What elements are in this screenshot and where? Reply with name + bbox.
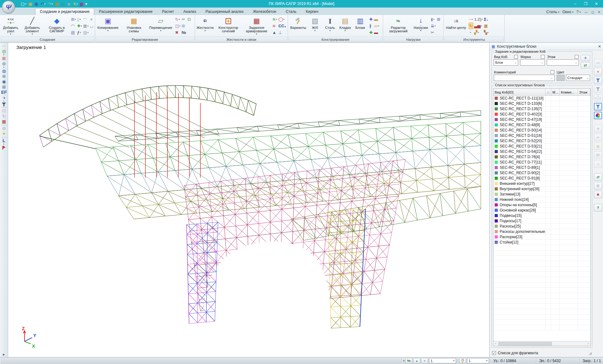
masonry-button[interactable]: ▤Кладка▾	[338, 16, 352, 32]
restore-button[interactable]: ❐	[580, 0, 591, 8]
building-button[interactable]: ▤	[71, 29, 76, 36]
rotate-view-button[interactable]: ↻	[469, 23, 473, 29]
steel-button[interactable]: IСталь▾	[323, 16, 337, 32]
panel-close-icon[interactable]: ✕	[598, 44, 601, 49]
tab-6[interactable]: Железобетон	[248, 8, 281, 15]
dist-load-button[interactable]: ⇊▾	[431, 23, 436, 29]
rail-block-list-button[interactable]: ≡	[594, 68, 602, 75]
lefttool-element-filter[interactable]: ◍	[1, 69, 8, 73]
qat-new-file-button[interactable]: ▢▾	[20, 1, 27, 7]
rail-collapse-panel-button[interactable]: »«	[594, 59, 602, 67]
lefttool-flashlight[interactable]: ✦	[1, 131, 8, 136]
stamp-button[interactable]: ⊥	[278, 29, 286, 36]
scroll-left-arrow[interactable]: ‹	[493, 342, 498, 345]
lefttool-fragment-frame[interactable]: ⊡	[1, 109, 8, 113]
move-button[interactable]: ▱Перемещение▾	[148, 16, 173, 32]
close-button[interactable]: ✕	[591, 0, 602, 8]
concrete-button[interactable]: ▧Ж/б▾	[308, 16, 322, 32]
menu-окно[interactable]: Окно▾	[562, 10, 573, 14]
lefttool-expand[interactable]: ▸	[1, 352, 8, 357]
rail-pick-filter-button[interactable]: ▽	[594, 182, 602, 190]
rail-page-next-button[interactable]: »	[598, 94, 602, 102]
axes-add-button[interactable]: ✚	[369, 29, 373, 36]
menu-стиль[interactable]: Стиль▾	[546, 10, 559, 14]
qat-open-file-button[interactable]: ▣	[28, 1, 33, 7]
copy-button[interactable]: ▣Копирование▾	[96, 16, 119, 32]
table-row[interactable]: Распорки[23]	[493, 234, 590, 240]
move-axes-button[interactable]: ✚▾	[77, 23, 82, 29]
field-checkbox[interactable]	[575, 55, 579, 59]
sum-button[interactable]: Σ↓	[484, 16, 489, 23]
model-viewport[interactable]: ZYX Загружение 1	[8, 43, 489, 357]
field-select[interactable]: ⌄	[520, 59, 545, 66]
rail-filter-list-button[interactable]	[594, 103, 602, 110]
cc2-button[interactable]: СС₂	[278, 23, 286, 29]
lefttool-zoom-cancel[interactable]: ⊘	[1, 126, 8, 131]
lefttool-line-filter[interactable]: ⊜	[1, 74, 8, 79]
table-row[interactable]: Стойки[12]	[493, 240, 590, 245]
table-row[interactable]: SEC-RC_RECT D-53[21]	[493, 144, 590, 149]
tab-5[interactable]: Расширенный анализ	[201, 8, 248, 15]
histogram-button[interactable]: ▃▅▾	[474, 23, 483, 29]
apply-kob-button[interactable]: ⇄	[581, 62, 590, 68]
column-header-4[interactable]: Комме...	[560, 89, 578, 95]
spring-down-button[interactable]: ≋	[272, 23, 277, 29]
add-line-button[interactable]: ✚	[369, 16, 373, 23]
lefttool-node-filter[interactable]: ⊖▸	[1, 62, 8, 68]
fragment-list-checkbox[interactable]: ✓	[492, 351, 496, 355]
weight-button[interactable]: ▮▾	[431, 16, 436, 23]
hammer-button[interactable]: Варианты	[289, 16, 307, 30]
rod-arc-button[interactable]: ◡	[90, 23, 94, 29]
tab-4[interactable]: Анализ	[179, 8, 201, 15]
cut-loads-button[interactable]: ✂	[431, 29, 436, 36]
wall-f-button[interactable]: ▬	[374, 29, 380, 36]
rail-cut-block-button[interactable]: ✂	[594, 134, 602, 141]
lefttool-ef-filter[interactable]: EF	[1, 90, 8, 95]
mini-window-control[interactable]: —	[584, 10, 588, 14]
table-row[interactable]: Внутренний контур[28]	[493, 186, 590, 192]
resize-grip[interactable]: ◢	[589, 351, 592, 355]
qat-results-button[interactable]: ▆	[79, 1, 84, 7]
table-row[interactable]: SEC-RC_RECT D-90[2]	[493, 170, 590, 176]
panel-title-bar[interactable]: ▦ Конструктивные блоки ✕	[490, 43, 603, 50]
lefttool-tables[interactable]: ▦	[1, 119, 8, 124]
blocks-button[interactable]: ▥Блоки	[353, 16, 367, 30]
spring-up-button[interactable]: ≋▾	[272, 16, 277, 23]
table-row[interactable]: SEC-RC_RECT D-47[19]	[493, 117, 590, 122]
rail-add-block-button[interactable]: ✚	[594, 125, 602, 132]
column-header-3[interactable]: М...	[551, 89, 560, 95]
menu-[interactable]: ?▾	[577, 10, 581, 14]
lefttool-block-filter[interactable]: ◉	[1, 79, 8, 84]
load-editor-button[interactable]: №Редактор загружений	[384, 16, 412, 33]
table-row[interactable]: Подвесы[15]	[493, 213, 590, 218]
tab-2[interactable]: Расширенное редактирование	[94, 8, 157, 15]
table-row[interactable]: SEC-RC_RECT D-54[22]	[493, 149, 590, 154]
cylinder-button[interactable]: ▯▾	[77, 16, 82, 23]
rail-help-button[interactable]: ?	[594, 204, 602, 211]
rail-color-palette-button[interactable]	[594, 112, 602, 119]
grid-plate-button[interactable]: ▦▾	[83, 23, 89, 29]
tab-1[interactable]: Создание и редактирование	[35, 8, 94, 15]
mini-window-control[interactable]: ✕	[598, 10, 600, 14]
app-logo[interactable]: Ψ	[2, 1, 15, 14]
table-row[interactable]: Опоры на колонны[5]	[493, 202, 590, 208]
triangulate-button[interactable]: ∗	[90, 16, 94, 23]
plate-t-button[interactable]: ▬	[374, 16, 380, 23]
table-row[interactable]: Раскосы дополнительные[10]	[493, 229, 590, 234]
digits-button[interactable]: 1.2)▾	[474, 16, 483, 23]
support-button[interactable]: ▲	[272, 29, 277, 36]
sapphire-button[interactable]: ◆Создать в САПФИР	[45, 16, 69, 33]
qat-book-button[interactable]: ▧	[60, 1, 65, 7]
table-row[interactable]: SEC-RC_RECT D-135[7]	[493, 106, 590, 112]
table-row[interactable]: SEC-RC_RECT D-76[4]	[493, 154, 590, 160]
table-row[interactable]: SEC-RC_RECT D-77[11]	[493, 160, 590, 165]
add-node-button[interactable]: Добавить узел▾	[1, 16, 20, 35]
reinforcement-button[interactable]: ▦Заданное армирование▾	[243, 16, 270, 35]
table-row[interactable]: Основной каркас[26]	[493, 208, 590, 213]
measure-button[interactable]: ┄▾	[469, 16, 473, 23]
mini-window-control[interactable]: ◻	[591, 10, 594, 14]
lefttool-filter[interactable]	[1, 103, 8, 106]
color-swatch[interactable]	[557, 75, 565, 81]
c-block-button[interactable]: ▞▾	[474, 29, 483, 36]
table-row[interactable]: SEC-RC_RECT D-91[8]	[493, 176, 590, 181]
